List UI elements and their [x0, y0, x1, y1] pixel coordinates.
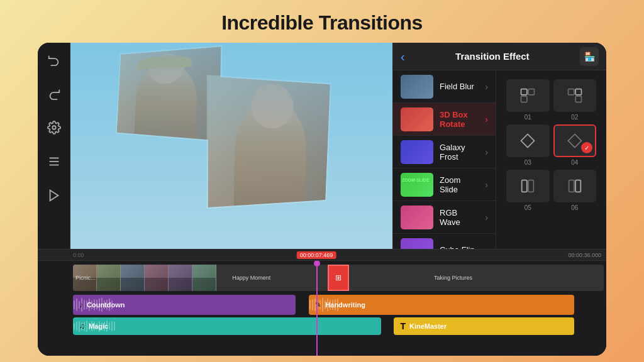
effect-thumb-zoom: ZOOM SLIDE [401, 173, 433, 197]
store-icon: 🏪 [584, 52, 595, 62]
svg-rect-14 [575, 180, 580, 192]
selected-check: ✓ [581, 142, 592, 153]
preview-area: 0.1 0.5 1 1.5 2 2.5 3 3.5 4 [70, 43, 392, 249]
variant-thumb-01[interactable] [506, 79, 550, 112]
seg-label-taking: Taking Pictures [434, 275, 472, 281]
variant-label-06: 06 [571, 204, 578, 211]
variant-thumb-06[interactable] [553, 170, 597, 202]
effect-item-rgb[interactable]: RGB Wave › [393, 201, 496, 234]
kinemaster-icon: T [400, 321, 406, 331]
variant-item-02: 02 [553, 79, 597, 121]
kinemaster-track[interactable]: T KineMaster [394, 317, 574, 335]
settings-button[interactable] [45, 118, 64, 137]
effect-item-3d-box[interactable]: 3D Box Rotate › [393, 103, 496, 136]
back-button[interactable]: ‹ [401, 50, 405, 63]
video-track[interactable]: ⊞ Picnic... Happy Moment Taking Pictures [73, 265, 604, 291]
magic-track[interactable]: ♫ Magic [73, 317, 381, 335]
variant-item-01: 01 [506, 79, 550, 121]
variant-label-04: 04 [571, 159, 578, 166]
chevron-zoom: › [485, 180, 488, 190]
effect-thumb-field-blur [401, 75, 433, 99]
right-panel: ‹ Transition Effect 🏪 Field Blur › [392, 43, 606, 249]
timeline-section: 0:00 00:00:07:469 00:00:36.000 [38, 249, 606, 356]
panel-header: ‹ Transition Effect 🏪 [393, 43, 606, 70]
effect-name-field-blur: Field Blur [440, 82, 479, 91]
svg-rect-12 [528, 180, 533, 192]
svg-rect-5 [521, 89, 527, 95]
variants-section: 01 02 03 [496, 70, 606, 249]
effect-name-zoom: Zoom Slide [440, 175, 479, 194]
variant-label-02: 02 [571, 114, 578, 121]
variant-thumb-05[interactable] [506, 170, 550, 202]
page-title: Incredible Transitions [0, 0, 644, 41]
svg-rect-6 [528, 89, 534, 95]
redo-button[interactable] [45, 84, 64, 103]
cube-photo-2 [207, 75, 331, 209]
svg-rect-11 [522, 180, 527, 192]
svg-rect-10 [575, 96, 581, 102]
effect-thumb-galaxy [401, 140, 433, 164]
variant-label-01: 01 [525, 114, 531, 121]
end-time-label: 00:00:36.000 [568, 252, 601, 258]
effect-item-galaxy[interactable]: Galaxy Frost › [393, 136, 496, 168]
effect-thumb-3d-box [401, 107, 433, 131]
seg-transition-marker: ⊞ [328, 265, 349, 291]
left-sidebar [38, 43, 70, 249]
current-time-badge: 00:00:07:469 [297, 251, 336, 259]
chevron-field-blur: › [485, 82, 488, 92]
variant-label-03: 03 [525, 159, 531, 166]
variant-item-03: 03 [506, 124, 550, 166]
seg-label-picnic: Picnic... [75, 275, 96, 281]
device-container: 0.1 0.5 1 1.5 2 2.5 3 3.5 4 ‹ Transition… [38, 43, 606, 356]
variant-item-06: 06 [553, 170, 597, 211]
chevron-galaxy: › [485, 147, 488, 157]
svg-rect-8 [568, 89, 574, 95]
effect-name-3d-box: 3D Box Rotate [440, 110, 479, 129]
variant-thumb-04[interactable]: ✓ [553, 124, 597, 157]
svg-rect-13 [569, 180, 574, 192]
effect-item-zoom[interactable]: ZOOM SLIDE Zoom Slide › [393, 168, 496, 201]
effect-thumb-cube [401, 238, 433, 250]
undo-button[interactable] [45, 50, 64, 69]
effect-name-galaxy: Galaxy Frost [440, 143, 479, 162]
effect-item-cube[interactable]: Cube Flip › [393, 234, 496, 249]
countdown-label: Countdown [87, 301, 125, 309]
variant-item-05: 05 [506, 170, 550, 211]
magic-label: Magic [89, 322, 108, 330]
effect-thumb-rgb [401, 206, 433, 229]
svg-point-0 [52, 126, 56, 129]
countdown-track[interactable]: ♪ Countdown [73, 295, 296, 315]
time-bar: 0:00 00:00:07:469 00:00:36.000 [38, 250, 606, 261]
layers-button[interactable] [45, 152, 64, 171]
store-button[interactable]: 🏪 [580, 47, 599, 66]
svg-rect-7 [521, 96, 527, 102]
panel-title: Transition Effect [411, 51, 574, 62]
variant-item-04: ✓ 04 [553, 124, 597, 166]
kinemaster-label: KineMaster [409, 322, 447, 330]
svg-marker-4 [50, 190, 58, 201]
zoom-slide-badge: ZOOM SLIDE [401, 177, 431, 184]
variant-label-05: 05 [525, 204, 531, 211]
handwriting-label: Handwriting [325, 301, 365, 309]
effect-item-field-blur[interactable]: Field Blur › [393, 70, 496, 103]
svg-rect-9 [575, 89, 581, 95]
seg-label-happy: Happy Moment [232, 275, 270, 281]
chevron-rgb: › [485, 212, 488, 222]
chevron-3d-box: › [485, 114, 488, 124]
tracks-container: ⊞ Picnic... Happy Moment Taking Pictures… [38, 261, 606, 356]
start-time-label: 0:00 [73, 252, 84, 258]
variant-thumb-03[interactable] [506, 124, 550, 157]
handwriting-track[interactable]: ✎ Handwriting [309, 295, 574, 315]
export-button[interactable] [45, 186, 64, 205]
variant-thumb-02[interactable] [553, 79, 597, 112]
effect-list: Field Blur › 3D Box Rotate › Galaxy Fros… [393, 70, 496, 249]
effect-name-rgb: RGB Wave [440, 208, 479, 227]
